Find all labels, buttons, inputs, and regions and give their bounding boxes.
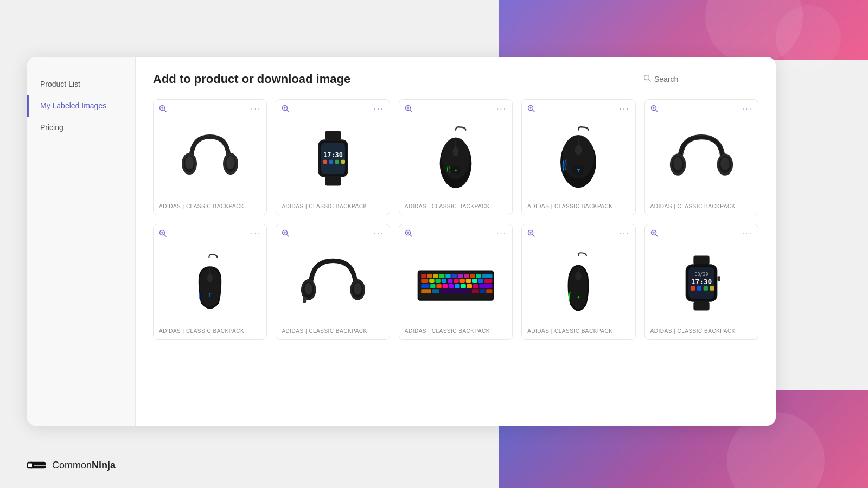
svg-line-3 — [164, 110, 167, 112]
product-image: 17:30 — [303, 129, 363, 188]
svg-rect-100 — [478, 279, 483, 283]
card-top-bar: ··· — [154, 224, 266, 241]
card-label: ADIDAS | CLASSIC BACKPACK — [645, 200, 758, 215]
card-label: ADIDAS | CLASSIC BACKPACK — [276, 325, 389, 339]
svg-rect-83 — [439, 274, 444, 278]
product-grid: ··· — [153, 99, 758, 340]
product-card: ··· — [399, 224, 513, 340]
svg-line-57 — [164, 234, 167, 236]
card-top-bar: ··· — [522, 224, 635, 241]
card-image-area: T — [154, 241, 266, 325]
zoom-icon[interactable] — [650, 105, 658, 114]
svg-rect-81 — [427, 274, 432, 278]
zoom-icon[interactable] — [282, 229, 289, 239]
svg-rect-93 — [435, 279, 440, 283]
svg-rect-111 — [479, 284, 492, 288]
card-label: ADIDAS | CLASSIC BACKPACK — [645, 325, 758, 339]
card-menu-dots[interactable]: ··· — [619, 104, 629, 114]
product-image — [669, 127, 734, 189]
zoom-icon[interactable] — [405, 105, 412, 114]
card-image-area — [154, 116, 266, 200]
svg-rect-89 — [476, 274, 481, 278]
main-content: Add to product or download image — [136, 57, 776, 426]
card-top-bar: ··· — [645, 100, 758, 116]
svg-rect-110 — [473, 284, 478, 288]
svg-rect-90 — [482, 274, 493, 278]
svg-rect-109 — [467, 284, 472, 288]
card-image-area — [276, 241, 389, 325]
zoom-icon[interactable] — [527, 229, 535, 239]
content-header: Add to product or download image — [153, 72, 758, 86]
zoom-icon[interactable] — [527, 105, 535, 114]
svg-line-37 — [533, 110, 535, 112]
svg-line-64 — [287, 234, 289, 236]
svg-rect-82 — [433, 274, 438, 278]
card-top-bar: ··· — [522, 100, 635, 116]
zoom-icon[interactable] — [159, 105, 167, 114]
svg-text:T: T — [577, 168, 580, 173]
svg-line-126 — [655, 234, 658, 236]
svg-text:17:30: 17:30 — [691, 277, 712, 285]
search-box — [639, 72, 758, 86]
svg-rect-25 — [325, 176, 341, 185]
svg-point-33 — [452, 147, 458, 156]
card-menu-dots[interactable]: ··· — [619, 229, 629, 239]
svg-text:✦: ✦ — [454, 168, 457, 172]
svg-text:08/29: 08/29 — [694, 272, 708, 277]
svg-rect-21 — [323, 159, 327, 163]
product-image — [301, 252, 366, 314]
card-menu-dots[interactable]: ··· — [373, 229, 384, 239]
product-card: ··· — [399, 99, 513, 215]
zoom-icon[interactable] — [282, 105, 289, 114]
card-menu-dots[interactable]: ··· — [251, 229, 261, 239]
svg-rect-139 — [717, 276, 720, 281]
svg-rect-137 — [703, 286, 707, 290]
sidebar-item-my-labeled-images[interactable]: My Labeled Images — [27, 95, 135, 117]
svg-line-13 — [287, 110, 289, 112]
svg-rect-103 — [430, 284, 435, 288]
card-label: ADIDAS | CLASSIC BACKPACK — [399, 325, 512, 339]
svg-rect-135 — [691, 286, 695, 290]
svg-rect-117 — [486, 289, 492, 293]
card-top-bar: ··· — [276, 224, 389, 241]
card-image-area: T — [522, 116, 635, 200]
svg-rect-96 — [454, 279, 458, 283]
zoom-icon[interactable] — [405, 229, 412, 239]
svg-rect-140 — [693, 301, 709, 310]
sidebar-item-product-list[interactable]: Product List — [27, 73, 135, 95]
card-menu-dots[interactable]: ··· — [496, 104, 507, 114]
zoom-icon[interactable] — [650, 229, 658, 239]
svg-text:T: T — [208, 292, 212, 298]
card-menu-dots[interactable]: ··· — [496, 229, 507, 239]
card-top-bar: ··· — [645, 224, 758, 241]
product-image: T — [183, 251, 237, 316]
sidebar-item-pricing[interactable]: Pricing — [27, 117, 135, 138]
svg-point-10 — [185, 156, 194, 169]
card-menu-dots[interactable]: ··· — [742, 229, 752, 239]
svg-text:✦: ✦ — [577, 295, 580, 300]
search-input[interactable] — [654, 75, 752, 84]
svg-line-27 — [410, 110, 412, 112]
card-menu-dots[interactable]: ··· — [373, 104, 384, 114]
card-label: ADIDAS | CLASSIC BACKPACK — [154, 325, 266, 339]
svg-rect-87 — [464, 274, 469, 278]
svg-point-52 — [673, 157, 682, 170]
svg-rect-94 — [442, 279, 446, 283]
svg-rect-104 — [436, 284, 441, 288]
svg-rect-107 — [455, 284, 459, 288]
svg-rect-24 — [341, 159, 344, 163]
svg-rect-112 — [421, 289, 431, 293]
product-card: ··· — [644, 99, 758, 215]
zoom-icon[interactable] — [159, 229, 167, 239]
card-top-bar: ··· — [399, 224, 512, 241]
card-menu-dots[interactable]: ··· — [742, 104, 752, 114]
logo-text: CommonNinja — [52, 460, 116, 471]
product-image: ✦ — [551, 248, 605, 318]
svg-rect-97 — [459, 279, 464, 283]
card-image-area — [399, 241, 512, 325]
card-image-area — [645, 116, 758, 200]
card-image-area: ✦ — [522, 241, 635, 325]
card-label: ADIDAS | CLASSIC BACKPACK — [399, 200, 512, 215]
card-menu-dots[interactable]: ··· — [251, 104, 261, 114]
app-container: Product List My Labeled Images Pricing A… — [27, 57, 776, 426]
